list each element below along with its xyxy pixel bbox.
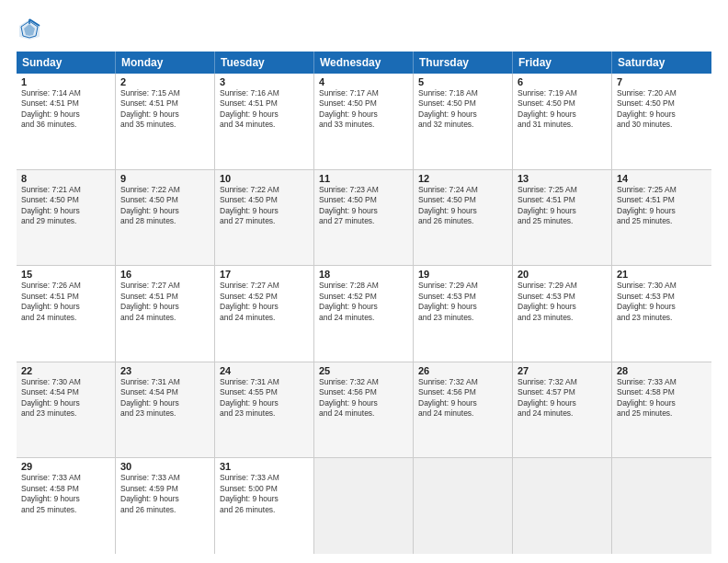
day-info: Sunrise: 7:33 AMSunset: 4:59 PMDaylight:… — [120, 473, 210, 515]
calendar-cell — [513, 458, 612, 554]
calendar-header-row: SundayMondayTuesdayWednesdayThursdayFrid… — [17, 52, 711, 74]
calendar-cell: 6Sunrise: 7:19 AMSunset: 4:50 PMDaylight… — [513, 74, 612, 169]
day-number: 11 — [319, 173, 408, 184]
day-info: Sunrise: 7:31 AMSunset: 4:54 PMDaylight:… — [120, 377, 210, 419]
day-number: 3 — [220, 76, 309, 87]
header — [17, 17, 711, 42]
calendar-cell: 17Sunrise: 7:27 AMSunset: 4:52 PMDayligh… — [215, 266, 314, 362]
calendar-cell: 13Sunrise: 7:25 AMSunset: 4:51 PMDayligh… — [513, 170, 612, 266]
calendar-cell: 4Sunrise: 7:17 AMSunset: 4:50 PMDaylight… — [314, 74, 414, 169]
calendar-cell: 19Sunrise: 7:29 AMSunset: 4:53 PMDayligh… — [414, 266, 513, 362]
cal-header-monday: Monday — [116, 52, 215, 74]
day-number: 19 — [418, 269, 507, 280]
day-info: Sunrise: 7:25 AMSunset: 4:51 PMDaylight:… — [617, 185, 707, 227]
day-info: Sunrise: 7:14 AMSunset: 4:51 PMDaylight:… — [21, 88, 110, 131]
cal-header-sunday: Sunday — [17, 52, 116, 74]
calendar-cell: 12Sunrise: 7:24 AMSunset: 4:50 PMDayligh… — [414, 170, 513, 266]
day-number: 1 — [21, 76, 110, 87]
calendar-cell: 3Sunrise: 7:16 AMSunset: 4:51 PMDaylight… — [215, 74, 314, 169]
day-info: Sunrise: 7:17 AMSunset: 4:50 PMDaylight:… — [319, 88, 408, 131]
cal-header-wednesday: Wednesday — [314, 52, 414, 74]
day-number: 14 — [617, 173, 707, 184]
calendar-cell: 31Sunrise: 7:33 AMSunset: 5:00 PMDayligh… — [215, 458, 314, 554]
calendar-cell: 16Sunrise: 7:27 AMSunset: 4:51 PMDayligh… — [116, 266, 215, 362]
calendar-cell: 29Sunrise: 7:33 AMSunset: 4:58 PMDayligh… — [17, 458, 116, 554]
calendar-cell: 26Sunrise: 7:32 AMSunset: 4:56 PMDayligh… — [414, 362, 513, 458]
day-number: 16 — [120, 269, 210, 280]
calendar-week-4: 22Sunrise: 7:30 AMSunset: 4:54 PMDayligh… — [17, 362, 711, 459]
calendar-cell: 15Sunrise: 7:26 AMSunset: 4:51 PMDayligh… — [17, 266, 116, 362]
day-number: 30 — [120, 461, 210, 472]
calendar-cell: 1Sunrise: 7:14 AMSunset: 4:51 PMDaylight… — [17, 74, 116, 169]
day-number: 29 — [21, 461, 110, 472]
day-number: 24 — [220, 365, 309, 376]
day-info: Sunrise: 7:22 AMSunset: 4:50 PMDaylight:… — [120, 185, 210, 227]
day-number: 2 — [120, 76, 210, 87]
day-number: 17 — [220, 269, 309, 280]
cal-header-friday: Friday — [513, 52, 612, 74]
calendar-cell: 14Sunrise: 7:25 AMSunset: 4:51 PMDayligh… — [612, 170, 711, 266]
day-number: 18 — [319, 269, 408, 280]
day-info: Sunrise: 7:30 AMSunset: 4:54 PMDaylight:… — [21, 377, 110, 419]
day-number: 12 — [418, 173, 507, 184]
day-number: 5 — [418, 76, 507, 87]
day-info: Sunrise: 7:27 AMSunset: 4:52 PMDaylight:… — [220, 281, 309, 323]
day-number: 6 — [518, 76, 607, 87]
day-number: 27 — [518, 365, 607, 376]
day-number: 25 — [319, 365, 408, 376]
day-number: 31 — [220, 461, 309, 472]
day-number: 22 — [21, 365, 110, 376]
day-number: 4 — [319, 76, 408, 87]
calendar-cell: 28Sunrise: 7:33 AMSunset: 4:58 PMDayligh… — [612, 362, 711, 458]
day-info: Sunrise: 7:24 AMSunset: 4:50 PMDaylight:… — [418, 185, 507, 227]
logo-icon — [17, 17, 42, 42]
day-info: Sunrise: 7:25 AMSunset: 4:51 PMDaylight:… — [518, 185, 607, 227]
day-info: Sunrise: 7:32 AMSunset: 4:57 PMDaylight:… — [518, 377, 607, 419]
day-info: Sunrise: 7:19 AMSunset: 4:50 PMDaylight:… — [518, 88, 607, 131]
day-number: 9 — [120, 173, 210, 184]
day-number: 20 — [518, 269, 607, 280]
calendar-cell: 20Sunrise: 7:29 AMSunset: 4:53 PMDayligh… — [513, 266, 612, 362]
day-info: Sunrise: 7:20 AMSunset: 4:50 PMDaylight:… — [617, 88, 707, 131]
calendar-cell: 18Sunrise: 7:28 AMSunset: 4:52 PMDayligh… — [314, 266, 414, 362]
calendar-cell: 22Sunrise: 7:30 AMSunset: 4:54 PMDayligh… — [17, 362, 116, 458]
calendar-cell: 27Sunrise: 7:32 AMSunset: 4:57 PMDayligh… — [513, 362, 612, 458]
day-number: 8 — [21, 173, 110, 184]
day-info: Sunrise: 7:21 AMSunset: 4:50 PMDaylight:… — [21, 185, 110, 227]
day-info: Sunrise: 7:33 AMSunset: 4:58 PMDaylight:… — [617, 377, 707, 419]
day-info: Sunrise: 7:30 AMSunset: 4:53 PMDaylight:… — [617, 281, 707, 323]
day-info: Sunrise: 7:33 AMSunset: 4:58 PMDaylight:… — [21, 473, 110, 515]
calendar-cell: 25Sunrise: 7:32 AMSunset: 4:56 PMDayligh… — [314, 362, 414, 458]
calendar-cell: 5Sunrise: 7:18 AMSunset: 4:50 PMDaylight… — [414, 74, 513, 169]
cal-header-tuesday: Tuesday — [215, 52, 314, 74]
calendar-week-2: 8Sunrise: 7:21 AMSunset: 4:50 PMDaylight… — [17, 170, 711, 267]
day-info: Sunrise: 7:26 AMSunset: 4:51 PMDaylight:… — [21, 281, 110, 323]
calendar-page: SundayMondayTuesdayWednesdayThursdayFrid… — [0, 0, 728, 563]
calendar-cell: 30Sunrise: 7:33 AMSunset: 4:59 PMDayligh… — [116, 458, 215, 554]
calendar-body: 1Sunrise: 7:14 AMSunset: 4:51 PMDaylight… — [17, 74, 711, 554]
day-number: 15 — [21, 269, 110, 280]
day-number: 7 — [617, 76, 707, 87]
calendar-cell — [414, 458, 513, 554]
calendar-cell: 2Sunrise: 7:15 AMSunset: 4:51 PMDaylight… — [116, 74, 215, 169]
calendar-cell: 7Sunrise: 7:20 AMSunset: 4:50 PMDaylight… — [612, 74, 711, 169]
day-number: 10 — [220, 173, 309, 184]
calendar-cell: 11Sunrise: 7:23 AMSunset: 4:50 PMDayligh… — [314, 170, 414, 266]
day-info: Sunrise: 7:15 AMSunset: 4:51 PMDaylight:… — [120, 88, 210, 131]
day-info: Sunrise: 7:32 AMSunset: 4:56 PMDaylight:… — [319, 377, 408, 419]
day-info: Sunrise: 7:16 AMSunset: 4:51 PMDaylight:… — [220, 88, 309, 131]
calendar-cell — [314, 458, 414, 554]
day-number: 21 — [617, 269, 707, 280]
calendar-cell: 9Sunrise: 7:22 AMSunset: 4:50 PMDaylight… — [116, 170, 215, 266]
day-info: Sunrise: 7:18 AMSunset: 4:50 PMDaylight:… — [418, 88, 507, 131]
day-info: Sunrise: 7:31 AMSunset: 4:55 PMDaylight:… — [220, 377, 309, 419]
day-info: Sunrise: 7:29 AMSunset: 4:53 PMDaylight:… — [518, 281, 607, 323]
day-number: 28 — [617, 365, 707, 376]
logo — [17, 17, 46, 42]
day-info: Sunrise: 7:32 AMSunset: 4:56 PMDaylight:… — [418, 377, 507, 419]
calendar-week-3: 15Sunrise: 7:26 AMSunset: 4:51 PMDayligh… — [17, 266, 711, 362]
day-info: Sunrise: 7:27 AMSunset: 4:51 PMDaylight:… — [120, 281, 210, 323]
day-number: 26 — [418, 365, 507, 376]
calendar: SundayMondayTuesdayWednesdayThursdayFrid… — [17, 52, 711, 554]
day-info: Sunrise: 7:23 AMSunset: 4:50 PMDaylight:… — [319, 185, 408, 227]
